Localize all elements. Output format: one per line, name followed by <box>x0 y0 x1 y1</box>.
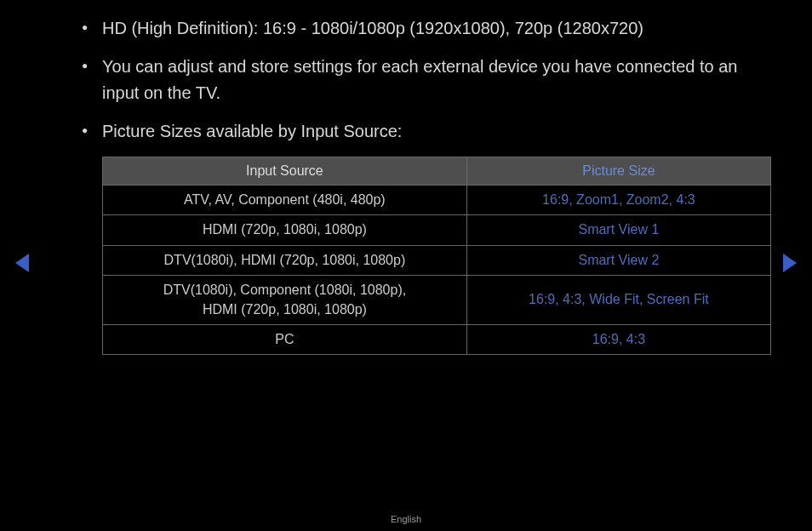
bullet-item: You can adjust and store settings for ea… <box>85 54 768 106</box>
footer-language: English <box>0 514 812 524</box>
cell-size: 16:9, Zoom1, Zoom2, 4:3 <box>466 186 770 215</box>
picture-size-table: Input Source Picture Size ATV, AV, Compo… <box>102 157 771 355</box>
table-row: PC 16:9, 4:3 <box>103 324 771 354</box>
table-row: ATV, AV, Component (480i, 480p) 16:9, Zo… <box>103 186 771 215</box>
table-row: DTV(1080i), Component (1080i, 1080p),HDM… <box>103 276 771 325</box>
table-header-row: Input Source Picture Size <box>103 157 771 186</box>
bullet-list: HD (High Definition): 16:9 - 1080i/1080p… <box>44 15 768 145</box>
prev-page-arrow-icon[interactable] <box>15 254 29 272</box>
cell-source: DTV(1080i), HDMI (720p, 1080i, 1080p) <box>103 245 467 275</box>
cell-size: 16:9, 4:3, Wide Fit, Screen Fit <box>466 276 770 325</box>
picture-size-table-wrap: Input Source Picture Size ATV, AV, Compo… <box>102 157 771 355</box>
cell-size: Smart View 1 <box>466 215 770 245</box>
cell-size: Smart View 2 <box>466 245 770 275</box>
table-row: DTV(1080i), HDMI (720p, 1080i, 1080p) Sm… <box>103 245 771 275</box>
cell-source: DTV(1080i), Component (1080i, 1080p),HDM… <box>103 276 467 325</box>
bullet-item: Picture Sizes available by Input Source: <box>85 118 768 145</box>
cell-size: 16:9, 4:3 <box>466 324 770 354</box>
cell-source: PC <box>103 324 467 354</box>
page-content: HD (High Definition): 16:9 - 1080i/1080p… <box>0 0 812 355</box>
next-page-arrow-icon[interactable] <box>783 254 797 272</box>
cell-source: ATV, AV, Component (480i, 480p) <box>103 186 467 215</box>
bullet-item: HD (High Definition): 16:9 - 1080i/1080p… <box>85 15 768 42</box>
table-row: HDMI (720p, 1080i, 1080p) Smart View 1 <box>103 215 771 245</box>
cell-source: HDMI (720p, 1080i, 1080p) <box>103 215 467 245</box>
header-picture-size: Picture Size <box>466 157 770 186</box>
header-input-source: Input Source <box>103 157 467 186</box>
